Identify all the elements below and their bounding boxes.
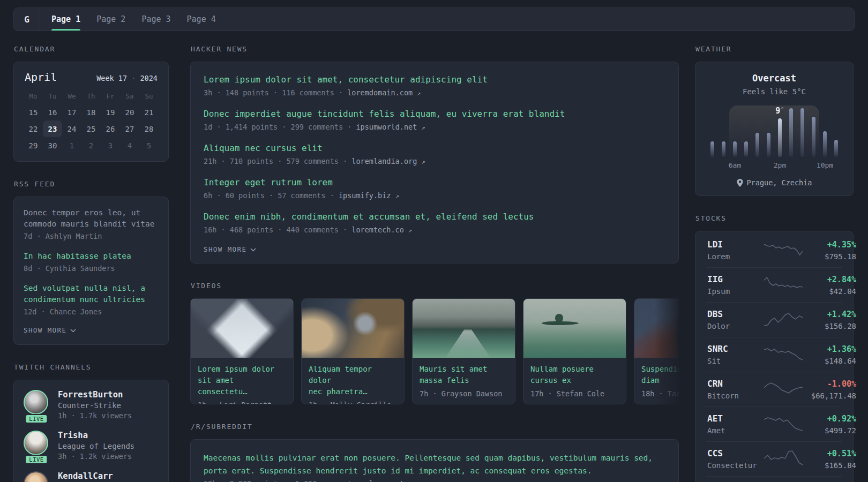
rss-item-title[interactable]: Sed volutpat nulla nisl, a condimentum n… xyxy=(24,283,159,305)
stock-price: $499.72 xyxy=(803,426,856,435)
stock-row[interactable]: DBSDolor+1.42%$156.28 xyxy=(706,302,842,337)
video-title[interactable]: Aliquam tempor dolor nec pharetra… xyxy=(309,364,397,397)
weather-peak-value: 9 xyxy=(775,106,780,116)
external-link-icon: ↗ xyxy=(421,124,425,131)
weather-bar-slot xyxy=(752,106,763,157)
hackernews-item-domain-link[interactable]: loremdomain.com xyxy=(347,88,417,97)
stocks-card: LDILorem+4.35%$795.18IIGIpsum+2.84%$42.0… xyxy=(695,231,854,482)
video-card[interactable]: Suspendisse diam18h · Tara xyxy=(634,298,679,404)
rss-item-title[interactable]: In hac habitasse platea xyxy=(24,251,159,262)
rss-show-more-button[interactable]: SHOW MORE xyxy=(24,326,76,334)
twitch-channel-row[interactable]: LIVETrishaLeague of Legends3h · 1.2k vie… xyxy=(24,431,159,461)
stock-price: $148.64 xyxy=(803,357,856,365)
calendar-day: 21 xyxy=(139,104,159,120)
calendar-weekday: Su xyxy=(139,92,159,104)
video-thumbnail xyxy=(302,299,404,358)
tab-page-3[interactable]: Page 3 xyxy=(133,8,178,31)
live-badge: LIVE xyxy=(25,455,48,464)
external-link-icon: ↗ xyxy=(417,89,421,97)
stock-row[interactable]: LDILorem+4.35%$795.18 xyxy=(706,233,842,267)
twitch-channel-row[interactable]: LIVEForrestBurtonCounter-Strike1h · 1.7k… xyxy=(24,390,159,420)
subreddit-post: Maecenas mollis pulvinar erat non posuer… xyxy=(204,451,665,482)
calendar-weekday: Fr xyxy=(101,92,120,104)
hackernews-show-more-button[interactable]: SHOW MORE xyxy=(204,245,256,253)
video-meta: 18h · Tara xyxy=(641,389,679,398)
video-card[interactable]: Nullam posuere cursus ex17h · Stefan Col… xyxy=(523,298,626,404)
hackernews-item-domain-link[interactable]: ipsumworld.net xyxy=(356,123,421,131)
external-link-icon: ↗ xyxy=(408,227,412,234)
hackernews-item-domain-link[interactable]: ipsumify.biz xyxy=(339,191,395,200)
stock-change-percent: -1.00% xyxy=(803,379,856,389)
hackernews-item-meta-text: 16h · 468 points · 440 comments · xyxy=(204,225,351,234)
twitch-channel-list: LIVEForrestBurtonCounter-Strike1h · 1.7k… xyxy=(24,390,159,482)
weather-bar-slot xyxy=(785,106,797,157)
hackernews-item-title[interactable]: Integer eget rutrum lorem xyxy=(204,177,665,189)
calendar-day: 1 xyxy=(62,137,81,154)
subreddit-post-list: Maecenas mollis pulvinar erat non posuer… xyxy=(204,451,665,482)
twitch-channel-info: TrishaLeague of Legends3h · 1.2k viewers xyxy=(58,431,134,461)
weather-bar-slot xyxy=(808,106,819,157)
tab-page-2[interactable]: Page 2 xyxy=(88,8,133,31)
calendar-day: 15 xyxy=(24,104,43,120)
sparkline-chart xyxy=(764,450,803,468)
stock-row-list: LDILorem+4.35%$795.18IIGIpsum+2.84%$42.0… xyxy=(706,233,842,482)
video-card[interactable]: Mauris sit amet massa felis7h · Grayson … xyxy=(412,298,515,404)
video-card[interactable]: Aliquam tempor dolor nec pharetra…1h · M… xyxy=(301,298,405,404)
calendar-day: 24 xyxy=(62,120,81,137)
stock-row[interactable]: IIGIpsum+2.84%$42.04 xyxy=(706,267,842,302)
stock-row[interactable]: SNRCSit+1.36%$148.64 xyxy=(706,337,842,372)
calendar-day: 19 xyxy=(101,104,120,120)
calendar-card: April Week 17 · 2024 MoTuWeThFrSaSu 1516… xyxy=(13,62,169,162)
video-card[interactable]: Lorem ipsum dolor sit amet consectetu…1h… xyxy=(190,298,294,404)
stock-row[interactable]: AHS+0.46% xyxy=(706,476,842,482)
rss-item-title[interactable]: Donec tempor eros leo, ut commodo mauris… xyxy=(24,207,159,230)
weather-condition: Overcast xyxy=(706,73,842,84)
hackernews-item-meta-text: 21h · 710 points · 579 comments · xyxy=(204,157,351,165)
weather-widget: WEATHER Overcast Feels like 5°C 9° 6am2p… xyxy=(695,45,854,196)
rss-item-list: Donec tempor eros leo, ut commodo mauris… xyxy=(24,207,159,316)
stock-identity: CCSConsectetur xyxy=(707,448,764,470)
hackernews-item-title[interactable]: Lorem ipsum dolor sit amet, consectetur … xyxy=(204,74,665,86)
subreddit-post-title[interactable]: Maecenas mollis pulvinar erat non posuer… xyxy=(204,451,665,477)
stock-price: $165.84 xyxy=(803,461,856,470)
video-title[interactable]: Nullam posuere cursus ex xyxy=(530,364,619,386)
hackernews-widget: HACKER NEWS Lorem ipsum dolor sit amet, … xyxy=(190,45,679,263)
stock-values: +0.92%$499.72 xyxy=(803,414,856,435)
page-tabs: Page 1Page 2Page 3Page 4 xyxy=(40,8,224,31)
video-title[interactable]: Suspendisse diam xyxy=(641,364,679,386)
weather-temp-bar xyxy=(744,141,748,157)
hackernews-item-domain-link[interactable]: loremtech.co xyxy=(351,225,408,234)
hackernews-item-title[interactable]: Donec imperdiet augue tincidunt felis al… xyxy=(204,108,665,120)
stock-name: Dolor xyxy=(707,322,764,330)
weather-temp-bar xyxy=(812,117,815,157)
videos-section-title: VIDEOS xyxy=(191,282,679,290)
calendar-widget: CALENDAR April Week 17 · 2024 MoTuWeThFr… xyxy=(13,45,169,162)
twitch-channel-row[interactable]: KendallCarr xyxy=(24,471,159,482)
stock-row[interactable]: CRNBitcorn-1.00%$66,171.48 xyxy=(706,372,842,406)
stock-values: -1.00%$66,171.48 xyxy=(803,379,856,400)
stock-row[interactable]: AETAmet+0.92%$499.72 xyxy=(706,406,842,441)
video-thumbnail xyxy=(634,299,679,358)
sparkline-chart xyxy=(764,345,803,364)
video-title[interactable]: Lorem ipsum dolor sit amet consectetu… xyxy=(198,364,286,397)
twitch-card: LIVEForrestBurtonCounter-Strike1h · 1.7k… xyxy=(13,380,169,482)
hackernews-item-title[interactable]: Donec enim nibh, condimentum et accumsan… xyxy=(204,211,665,223)
stock-name: Lorem xyxy=(707,252,764,261)
hackernews-item-domain-link[interactable]: loremlandia.org xyxy=(351,157,421,165)
hackernews-item: Aliquam nec cursus elit21h · 710 points … xyxy=(204,142,665,165)
calendar-day: 3 xyxy=(101,137,120,154)
weather-temp-bar xyxy=(755,133,759,157)
stock-row[interactable]: CCSConsectetur+0.51%$165.84 xyxy=(706,441,842,476)
weather-temp-bar xyxy=(722,141,725,157)
weather-section-title: WEATHER xyxy=(695,45,854,53)
tab-page-4[interactable]: Page 4 xyxy=(179,8,224,31)
weather-peak-temp: 9° xyxy=(775,106,784,116)
video-title[interactable]: Mauris sit amet massa felis xyxy=(420,364,508,386)
subreddit-post-domain-link[interactable]: loremnet.xyz xyxy=(369,479,426,482)
video-card-row: Lorem ipsum dolor sit amet consectetu…1h… xyxy=(190,298,679,404)
app-logo[interactable]: G xyxy=(14,8,40,31)
hackernews-item-title[interactable]: Aliquam nec cursus elit xyxy=(204,142,665,154)
dashboard-page: G Page 1Page 2Page 3Page 4 CALENDAR Apri… xyxy=(0,7,868,482)
tab-page-1[interactable]: Page 1 xyxy=(43,8,88,31)
video-card-body: Lorem ipsum dolor sit amet consectetu…1h… xyxy=(191,358,293,404)
